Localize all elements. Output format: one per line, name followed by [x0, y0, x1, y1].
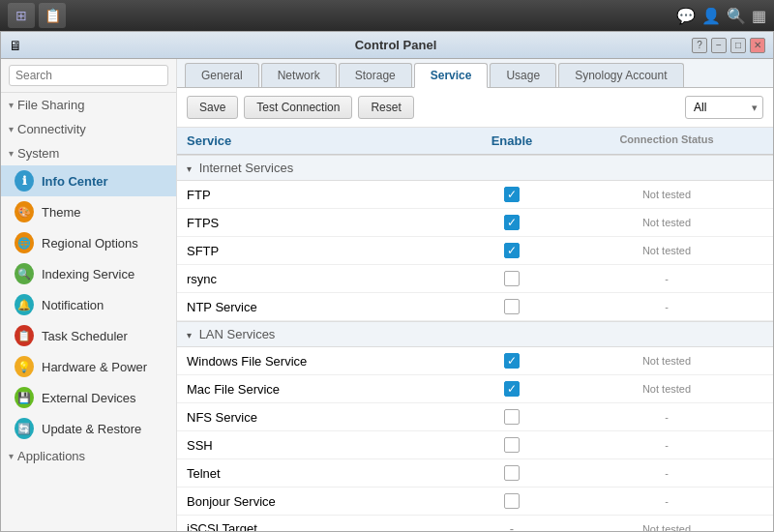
- status-col: Not tested: [570, 189, 763, 200]
- sidebar-item-external-devices[interactable]: 💾 External Devices: [1, 382, 176, 413]
- status-col: Not tested: [570, 523, 763, 532]
- checkbox-rsync[interactable]: [504, 271, 520, 286]
- cp-body: ▾ File Sharing ▾ Connectivity ▾ System ℹ…: [1, 59, 773, 531]
- enable-col: ✓: [454, 381, 570, 397]
- section-label: System: [17, 146, 59, 161]
- sidebar-item-notification[interactable]: 🔔 Notification: [1, 289, 176, 320]
- section-system[interactable]: ▾ System: [1, 141, 176, 165]
- service-name: FTPS: [187, 216, 454, 230]
- main-content: General Network Storage Service Usage Sy…: [177, 59, 773, 531]
- tab-general[interactable]: General: [185, 63, 259, 87]
- enable-col: [454, 271, 570, 286]
- status-col: -: [570, 301, 763, 312]
- status-col: -: [570, 411, 763, 423]
- sidebar-item-label: Hardware & Power: [42, 360, 147, 374]
- checkbox-macfile[interactable]: ✓: [504, 381, 520, 397]
- grid-icon[interactable]: ▦: [752, 7, 766, 25]
- col-status-header: Connection Status: [570, 133, 763, 148]
- service-table: Service Enable Connection Status ▾ Inter…: [177, 128, 773, 531]
- service-name: SFTP: [187, 244, 454, 258]
- collapse-arrow-icon[interactable]: ▾: [187, 330, 192, 340]
- sidebar-item-update-restore[interactable]: 🔄 Update & Restore: [1, 413, 176, 444]
- collapse-arrow-icon[interactable]: ▾: [187, 163, 192, 174]
- sidebar-item-theme[interactable]: 🎨 Theme: [1, 196, 176, 227]
- table-header: Service Enable Connection Status: [177, 128, 773, 155]
- arrow-icon: ▾: [9, 124, 14, 134]
- section-lan-services: ▾ LAN Services: [177, 321, 773, 347]
- save-button[interactable]: Save: [187, 96, 238, 119]
- checkbox-ssh[interactable]: [504, 437, 520, 453]
- checkbox-bonjour[interactable]: [504, 493, 520, 509]
- table-row: FTP ✓ Not tested: [177, 181, 773, 209]
- enable-col: [454, 437, 570, 453]
- sidebar-item-indexing-service[interactable]: 🔍 Indexing Service: [1, 258, 176, 289]
- checkbox-nfs[interactable]: [504, 409, 520, 425]
- sidebar-item-task-scheduler[interactable]: 📋 Task Scheduler: [1, 320, 176, 351]
- minimize-button[interactable]: −: [711, 38, 727, 53]
- tab-storage[interactable]: Storage: [339, 63, 412, 87]
- section-applications[interactable]: ▾ Applications: [1, 444, 176, 468]
- sidebar-item-hardware-power[interactable]: 💡 Hardware & Power: [1, 351, 176, 382]
- sidebar-item-label: Update & Restore: [42, 422, 141, 436]
- search-icon[interactable]: 🔍: [727, 7, 746, 25]
- title-bar: 🖥 Control Panel ? − □ ✕: [1, 32, 773, 59]
- service-name: iSCSI Target: [187, 521, 454, 531]
- table-row: rsync -: [177, 265, 773, 293]
- service-name: NFS Service: [187, 410, 454, 425]
- sidebar-item-regional-options[interactable]: 🌐 Regional Options: [1, 227, 176, 258]
- sidebar-item-label: Regional Options: [42, 236, 138, 251]
- status-col: -: [570, 467, 763, 479]
- section-title: ▾ Internet Services: [187, 161, 454, 175]
- tab-bar: General Network Storage Service Usage Sy…: [177, 59, 773, 88]
- section-internet-services: ▾ Internet Services: [177, 155, 773, 181]
- enable-col: ✓: [454, 353, 570, 369]
- table-row: Bonjour Service -: [177, 488, 773, 516]
- sidebar-item-label: Task Scheduler: [42, 329, 128, 343]
- col-service-header: Service: [187, 133, 454, 148]
- enable-col: ✓: [454, 187, 570, 202]
- tab-network[interactable]: Network: [261, 63, 337, 87]
- tab-service[interactable]: Service: [414, 63, 489, 88]
- section-file-sharing[interactable]: ▾ File Sharing: [1, 93, 176, 117]
- service-name: rsync: [187, 272, 454, 286]
- taskbar-app-1[interactable]: ⊞: [8, 3, 35, 28]
- enable-col: ✓: [454, 243, 570, 258]
- close-button[interactable]: ✕: [750, 38, 765, 53]
- sidebar-item-label: Indexing Service: [42, 267, 134, 281]
- checkbox-sftp[interactable]: ✓: [504, 243, 520, 258]
- search-input[interactable]: [9, 65, 168, 86]
- table-row: Windows File Service ✓ Not tested: [177, 347, 773, 375]
- checkbox-ntp[interactable]: [504, 299, 520, 314]
- task-icon: 📋: [15, 326, 34, 345]
- arrow-icon: ▾: [9, 100, 14, 110]
- status-col: Not tested: [570, 355, 763, 367]
- maximize-button[interactable]: □: [730, 38, 746, 53]
- indexing-icon: 🔍: [15, 264, 34, 283]
- table-row: Telnet -: [177, 459, 773, 488]
- table-row: iSCSI Target - Not tested: [177, 516, 773, 531]
- help-button[interactable]: ?: [692, 38, 707, 53]
- checkbox-winfile[interactable]: ✓: [504, 353, 520, 369]
- taskbar-right: 💬 👤 🔍 ▦: [676, 7, 766, 25]
- status-col: -: [570, 273, 763, 284]
- tab-synology-account[interactable]: Synology Account: [558, 63, 683, 87]
- chat-icon[interactable]: 💬: [676, 7, 696, 25]
- sidebar-item-info-center[interactable]: ℹ Info Center: [1, 165, 176, 196]
- filter-select[interactable]: All Enabled Disabled: [685, 96, 763, 119]
- checkbox-telnet[interactable]: [504, 465, 520, 481]
- service-name: Windows File Service: [187, 354, 454, 369]
- user-icon[interactable]: 👤: [701, 7, 721, 25]
- taskbar-app-2[interactable]: 📋: [39, 3, 66, 28]
- enable-col: [454, 465, 570, 481]
- test-connection-button[interactable]: Test Connection: [244, 96, 352, 119]
- section-connectivity[interactable]: ▾ Connectivity: [1, 117, 176, 141]
- sidebar-item-label: Notification: [42, 298, 104, 312]
- checkbox-ftp[interactable]: ✓: [504, 187, 520, 202]
- reset-button[interactable]: Reset: [358, 96, 413, 119]
- sidebar-item-label: Info Center: [42, 174, 108, 189]
- status-col: Not tested: [570, 217, 763, 228]
- status-col: Not tested: [570, 245, 763, 256]
- checkbox-ftps[interactable]: ✓: [504, 215, 520, 230]
- taskbar: ⊞ 📋 💬 👤 🔍 ▦: [0, 0, 774, 31]
- tab-usage[interactable]: Usage: [490, 63, 556, 87]
